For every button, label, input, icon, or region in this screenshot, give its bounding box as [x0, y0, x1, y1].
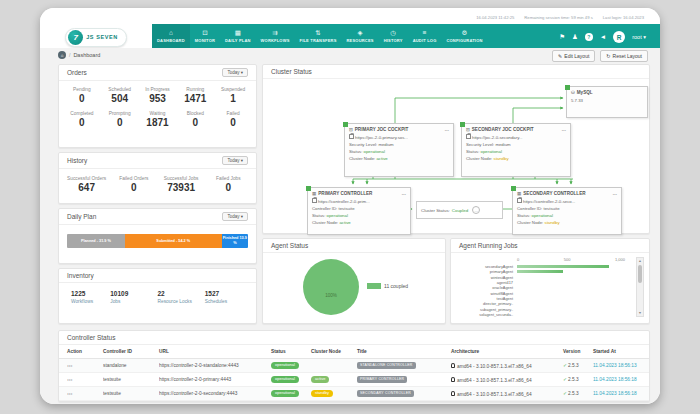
col-status: Status: [271, 349, 311, 354]
scrollbar-thumb[interactable]: [638, 265, 642, 283]
row-menu-icon[interactable]: ⋯: [67, 363, 103, 369]
secondary-controller-node[interactable]: ▦SECONDARY CONTROLLER… https://controlle…: [512, 187, 622, 235]
title-badge: STANDALONE CONTROLLER: [357, 362, 416, 368]
breadcrumb-separator: /: [69, 52, 70, 58]
daily-plan-range-button[interactable]: Today ▾: [222, 212, 248, 221]
chart-scrollbar[interactable]: ▲ ▼: [636, 257, 644, 317]
table-row: ⋯ testsuite https://controller-2-0-prima…: [59, 373, 649, 387]
stat-value: 0: [101, 117, 139, 128]
nav-right-tools: ⚑ ♟ ? ◄ R root ▾: [551, 24, 660, 50]
nav-item-configuration[interactable]: ⚙ CONFIGURATION: [441, 24, 487, 50]
orders-range-button[interactable]: Today ▾: [222, 68, 248, 77]
coupled-status-node: Cluster Status: Coupled …: [416, 201, 503, 219]
nav-item-resources[interactable]: ◈ RESOURCES: [342, 24, 379, 50]
app-logo[interactable]: 7 JS SEVEN: [65, 28, 127, 47]
user-avatar[interactable]: R: [613, 31, 625, 43]
bar-label: testAgent: [455, 296, 517, 301]
stat-label[interactable]: Schedules: [205, 299, 252, 304]
stat-value: 10109: [110, 290, 157, 297]
scroll-down-icon[interactable]: ▼: [637, 310, 643, 316]
help-icon[interactable]: ?: [585, 33, 593, 41]
stat-value: 0: [176, 117, 214, 128]
cell-controller-id: testsuite: [103, 391, 159, 396]
lock-icon: [517, 198, 522, 203]
row-menu-icon[interactable]: ⋯: [67, 391, 103, 397]
volume-icon[interactable]: ◄: [600, 34, 606, 41]
flag-icon[interactable]: ⚑: [559, 34, 565, 41]
notifications-icon[interactable]: ♟: [572, 34, 578, 41]
resources-icon: ◈: [358, 30, 363, 37]
col-url: URL: [159, 349, 271, 354]
panel-title: Cluster Status: [271, 68, 312, 75]
node-cluster-node: Cluster Node: active: [312, 219, 406, 226]
node-url: https://joc-2-0-secondary...: [466, 134, 566, 141]
stat-value: 73931: [158, 182, 205, 193]
layout-buttons: ✎Edit Layout ↻Reset Layout: [552, 50, 648, 62]
coupled-menu-icon[interactable]: …: [472, 206, 480, 214]
node-menu-icon[interactable]: …: [612, 190, 617, 198]
stat-workflows: 1225Workflows: [63, 290, 110, 304]
node-menu-icon[interactable]: …: [401, 190, 406, 198]
submitted-segment[interactable]: Submitted - 54.2 %: [125, 234, 222, 248]
planned-segment[interactable]: Planned - 31.9 %: [67, 234, 125, 248]
node-menu-icon[interactable]: …: [561, 126, 566, 134]
secondary-joc-node[interactable]: ⊡SECONDARY JOC COCKPIT… https://joc-2-0-…: [461, 123, 571, 177]
stat-value: 1225: [71, 290, 110, 297]
nav-label: FILE TRANSFERS: [300, 38, 337, 43]
nav-item-file-transfers[interactable]: ⇅ FILE TRANSFERS: [295, 24, 342, 50]
dashboard-content: ⌂ / Dashboard ✎Edit Layout ↻Reset Layout…: [40, 48, 660, 404]
stat-resource-locks: 22Resource Locks: [158, 290, 205, 304]
node-controller-id: Controller ID: testsuite: [517, 205, 617, 212]
cell-controller-id: standalone: [103, 363, 159, 368]
daily-plan-panel: Daily PlanToday ▾ Planned - 31.9 % Submi…: [58, 208, 257, 264]
stat-label[interactable]: Workflows: [71, 299, 110, 304]
scroll-up-icon[interactable]: ▲: [637, 258, 643, 264]
node-menu-icon[interactable]: …: [444, 126, 449, 134]
db-name: MySQL: [577, 89, 593, 97]
finished-segment[interactable]: Finished 13.9 %: [222, 234, 248, 248]
nav-item-daily-plan[interactable]: ▦ DAILY PLAN: [220, 24, 256, 50]
stat-value: 953: [139, 93, 177, 104]
user-menu[interactable]: root ▾: [632, 34, 646, 40]
node-title: PRIMARY JOC COCKPIT: [355, 126, 409, 134]
nav-item-audit-log[interactable]: ≡ AUDIT LOG: [408, 24, 442, 50]
axis-tick: 0: [517, 257, 519, 262]
reset-layout-button[interactable]: ↻Reset Layout: [600, 50, 648, 62]
calendar-icon: ▦: [235, 30, 241, 37]
nav-item-workflows[interactable]: ⇉ WORKFLOWS: [256, 24, 295, 50]
history-range-button[interactable]: Today ▾: [222, 156, 248, 165]
nav-item-dashboard[interactable]: ⌂ DASHBOARD: [152, 24, 190, 50]
nav-menu: ⌂ DASHBOARD ⊡ MONITOR ▦ DAILY PLAN ⇉ WOR…: [152, 24, 551, 50]
stat-value: 0: [63, 93, 101, 104]
pie-percent-label: 100%: [303, 293, 359, 298]
stat-label[interactable]: Jobs: [110, 299, 157, 304]
list-icon: ≡: [423, 30, 427, 37]
bar: [517, 270, 563, 273]
nav-item-monitor[interactable]: ⊡ MONITOR: [190, 24, 220, 50]
edit-layout-button[interactable]: ✎Edit Layout: [552, 50, 595, 62]
reset-icon: ↻: [606, 53, 610, 59]
mysql-node[interactable]: ⛁MySQL 5.7.33: [566, 86, 648, 118]
stat-value: 1527: [205, 290, 252, 297]
nav-label: DASHBOARD: [157, 38, 185, 43]
started-at-link[interactable]: 11.04.2023 18:56:18: [593, 377, 641, 382]
panel-title: Agent Status: [271, 242, 308, 249]
home-icon[interactable]: ⌂: [58, 51, 66, 59]
table-row: ⋯ testsuite https://controller-2-0-secon…: [59, 387, 649, 401]
agent-status-panel: Agent Status 100% 11 coupled: [262, 238, 446, 324]
legend-label: 11 coupled: [384, 283, 408, 289]
started-at-link[interactable]: 11.04.2023 18:56:18: [593, 391, 641, 396]
stat-suspended: Suspended1: [214, 87, 252, 104]
col-version: Version: [563, 349, 593, 354]
history-panel: HistoryToday ▾ Successful Orders647 Fail…: [58, 152, 257, 204]
linux-icon: [451, 391, 455, 396]
nav-label: AUDIT LOG: [413, 38, 437, 43]
primary-controller-node[interactable]: ▦PRIMARY CONTROLLER… https://controller-…: [307, 187, 411, 235]
started-at-link[interactable]: 11.04.2023 18:56:13: [593, 363, 641, 368]
row-menu-icon[interactable]: ⋯: [67, 377, 103, 383]
stat-label: Running: [176, 87, 214, 92]
stat-label: Pending: [63, 87, 101, 92]
nav-item-history[interactable]: ◷ HISTORY: [379, 24, 408, 50]
stat-label[interactable]: Resource Locks: [158, 299, 205, 304]
primary-joc-node[interactable]: ⊡PRIMARY JOC COCKPIT… https://joc-2-0-pr…: [344, 123, 454, 177]
